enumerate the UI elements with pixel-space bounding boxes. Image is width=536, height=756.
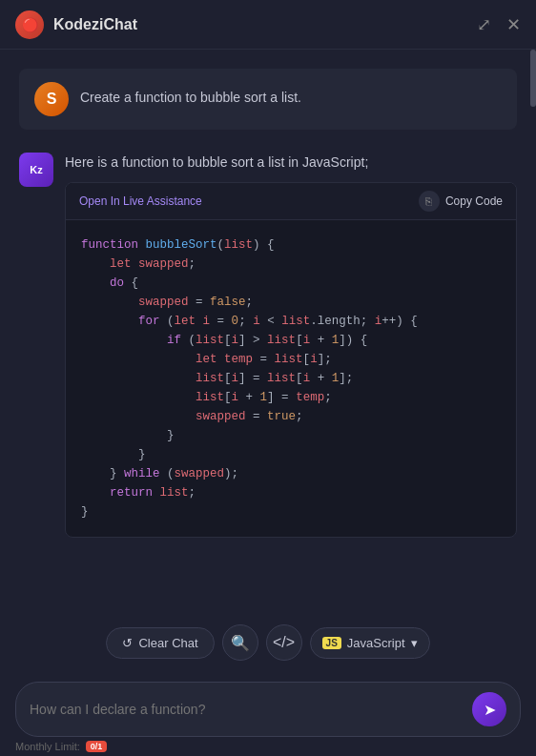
send-button[interactable]: ➤ xyxy=(472,692,506,726)
ai-avatar: Kz xyxy=(19,153,53,187)
header-left: 🔴 KodeziChat xyxy=(15,10,137,39)
close-icon[interactable]: ✕ xyxy=(506,14,521,35)
logo-text: 🔴 xyxy=(22,17,38,32)
language-label: JavaScript xyxy=(347,636,405,650)
ai-message: Kz Here is a function to bubble sort a l… xyxy=(19,153,517,538)
ai-content: Here is a function to bubble sort a list… xyxy=(65,153,517,538)
bottom-toolbar: ↺ Clear Chat 🔍 </> JS JavaScript ▾ xyxy=(0,615,536,670)
app-logo: 🔴 xyxy=(15,10,44,39)
header-actions: ⤢ ✕ xyxy=(477,14,521,35)
clear-chat-label: Clear Chat xyxy=(138,636,197,650)
limit-badge: 0/1 xyxy=(86,741,108,752)
user-message-text: Create a function to bubble sort a list. xyxy=(80,82,301,108)
code-block: function bubbleSort(list) { let swapped;… xyxy=(66,220,516,537)
user-avatar-text: S xyxy=(47,91,57,108)
copy-code-button[interactable]: ⎘ Copy Code xyxy=(419,191,503,212)
code-toolbar: Open In Live Assistance ⎘ Copy Code xyxy=(66,183,516,220)
code-toolbar-left: Open In Live Assistance xyxy=(79,194,202,208)
open-live-button[interactable]: Open In Live Assistance xyxy=(79,194,202,208)
clear-chat-button[interactable]: ↺ Clear Chat xyxy=(106,627,214,659)
chat-area: S Create a function to bubble sort a lis… xyxy=(0,50,536,642)
code-icon: </> xyxy=(273,634,295,651)
app-header: 🔴 KodeziChat ⤢ ✕ xyxy=(0,0,536,50)
search-button[interactable]: 🔍 xyxy=(222,624,258,661)
monthly-limit: Monthly Limit: 0/1 xyxy=(15,741,107,752)
search-icon: 🔍 xyxy=(231,634,250,652)
code-block-container: Open In Live Assistance ⎘ Copy Code func… xyxy=(65,182,517,538)
ai-intro-text: Here is a function to bubble sort a list… xyxy=(65,153,517,173)
monthly-limit-label: Monthly Limit: xyxy=(15,741,80,752)
chat-input[interactable] xyxy=(30,702,463,717)
maximize-icon[interactable]: ⤢ xyxy=(477,14,491,35)
scrollbar-thumb[interactable] xyxy=(530,50,536,107)
user-avatar: S xyxy=(34,82,69,116)
input-area: ➤ xyxy=(15,682,521,737)
copy-icon: ⎘ xyxy=(419,191,440,212)
send-icon: ➤ xyxy=(484,701,496,719)
refresh-icon: ↺ xyxy=(122,636,133,650)
code-button[interactable]: </> xyxy=(266,624,302,661)
language-selector[interactable]: JS JavaScript ▾ xyxy=(310,627,430,659)
js-badge: JS xyxy=(322,637,341,649)
app-title: KodeziChat xyxy=(53,16,137,33)
copy-code-label: Copy Code xyxy=(445,194,503,208)
chevron-down-icon: ▾ xyxy=(411,636,418,650)
ai-avatar-text: Kz xyxy=(30,164,42,175)
user-message: S Create a function to bubble sort a lis… xyxy=(19,69,517,130)
